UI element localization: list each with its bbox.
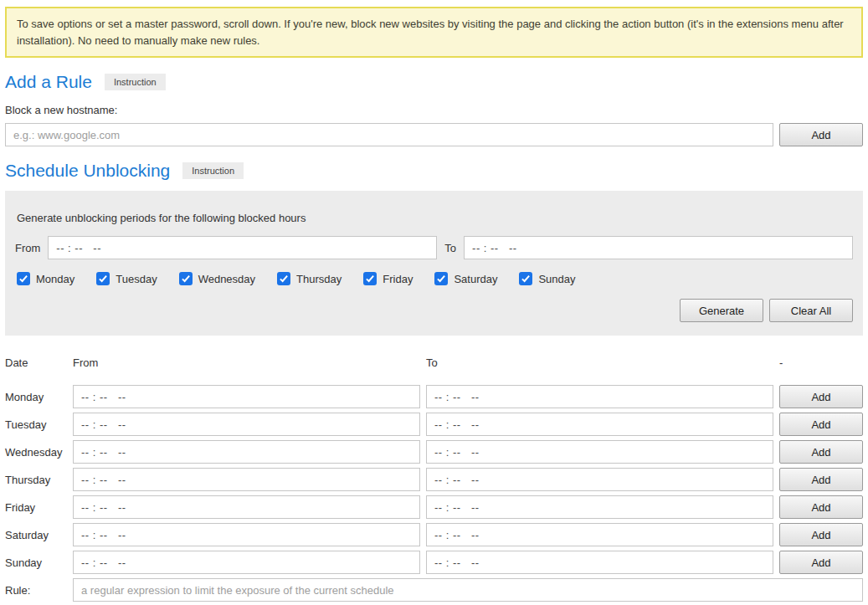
checked-checkbox-icon bbox=[17, 272, 30, 285]
checked-checkbox-icon bbox=[434, 272, 448, 285]
checkbox-label: Monday bbox=[36, 273, 74, 285]
sunday-add-button[interactable]: Add bbox=[779, 551, 863, 574]
checkbox-thursday[interactable]: Thursday bbox=[277, 272, 342, 285]
checkbox-sunday[interactable]: Sunday bbox=[519, 272, 575, 285]
add-rule-header: Add a Rule Instruction bbox=[5, 72, 863, 92]
checkbox-label: Tuesday bbox=[116, 273, 157, 285]
generate-buttons: Generate Clear All bbox=[15, 299, 853, 322]
add-rule-instruction-button[interactable]: Instruction bbox=[105, 74, 166, 90]
hostname-label: Block a new hostname: bbox=[5, 104, 863, 116]
tuesday-add-button[interactable]: Add bbox=[779, 413, 863, 436]
checked-checkbox-icon bbox=[96, 272, 110, 285]
checked-checkbox-icon bbox=[363, 272, 377, 285]
checkbox-tuesday[interactable]: Tuesday bbox=[96, 272, 157, 285]
checkbox-friday[interactable]: Friday bbox=[363, 272, 413, 285]
sunday-to-time-input[interactable] bbox=[426, 551, 773, 574]
column-header-date: Date bbox=[5, 353, 67, 381]
schedule-title: Schedule Unblocking bbox=[5, 161, 170, 181]
add-rule-title: Add a Rule bbox=[5, 72, 92, 92]
generate-panel: Generate unblocking periods for the foll… bbox=[5, 191, 863, 336]
monday-add-button[interactable]: Add bbox=[779, 385, 863, 408]
checkbox-label: Sunday bbox=[538, 273, 575, 285]
saturday-from-time-input[interactable] bbox=[73, 523, 420, 546]
column-header-dash: - bbox=[779, 353, 863, 381]
row-label-sunday: Sunday bbox=[5, 556, 67, 569]
thursday-from-time-input[interactable] bbox=[73, 468, 420, 491]
rule-label: Rule: bbox=[5, 584, 67, 597]
row-label-monday: Monday bbox=[5, 391, 67, 403]
generate-fromto-row: From To bbox=[15, 236, 853, 259]
tuesday-from-time-input[interactable] bbox=[73, 413, 420, 436]
row-label-friday: Friday bbox=[5, 501, 67, 514]
generate-to-time-input[interactable] bbox=[464, 236, 853, 259]
rule-input[interactable] bbox=[73, 578, 863, 602]
row-label-wednesday: Wednesday bbox=[5, 446, 67, 459]
friday-add-button[interactable]: Add bbox=[779, 495, 863, 519]
hostname-input[interactable] bbox=[5, 123, 773, 146]
options-page: To save options or set a master password… bbox=[0, 0, 868, 605]
column-header-to: To bbox=[426, 353, 773, 381]
schedule-header: Schedule Unblocking Instruction bbox=[5, 161, 863, 181]
schedule-table: Date From To - Monday Add Tuesday Add We… bbox=[5, 353, 863, 602]
checkbox-label: Saturday bbox=[454, 273, 497, 285]
wednesday-add-button[interactable]: Add bbox=[779, 440, 863, 464]
generate-from-time-input[interactable] bbox=[48, 236, 437, 259]
row-label-tuesday: Tuesday bbox=[5, 418, 67, 431]
schedule-instruction-button[interactable]: Instruction bbox=[182, 162, 244, 179]
friday-to-time-input[interactable] bbox=[426, 495, 773, 519]
saturday-add-button[interactable]: Add bbox=[779, 523, 863, 546]
clear-all-button[interactable]: Clear All bbox=[769, 299, 853, 322]
column-header-from: From bbox=[73, 353, 420, 381]
friday-from-time-input[interactable] bbox=[73, 495, 420, 519]
checkbox-label: Thursday bbox=[296, 273, 342, 285]
checked-checkbox-icon bbox=[519, 272, 532, 285]
wednesday-from-time-input[interactable] bbox=[73, 440, 420, 464]
from-label: From bbox=[15, 242, 40, 254]
checkbox-saturday[interactable]: Saturday bbox=[434, 272, 497, 285]
to-label: To bbox=[444, 242, 456, 254]
row-label-thursday: Thursday bbox=[5, 474, 67, 486]
checkbox-label: Friday bbox=[383, 273, 413, 285]
checked-checkbox-icon bbox=[179, 272, 193, 285]
checkbox-wednesday[interactable]: Wednesday bbox=[179, 272, 255, 285]
wednesday-to-time-input[interactable] bbox=[426, 440, 773, 464]
saturday-to-time-input[interactable] bbox=[426, 523, 773, 546]
checkbox-monday[interactable]: Monday bbox=[17, 272, 74, 285]
generate-text: Generate unblocking periods for the foll… bbox=[17, 212, 853, 224]
checkbox-label: Wednesday bbox=[198, 273, 255, 285]
monday-from-time-input[interactable] bbox=[73, 385, 420, 408]
tuesday-to-time-input[interactable] bbox=[426, 413, 773, 436]
generate-button[interactable]: Generate bbox=[680, 299, 763, 322]
thursday-add-button[interactable]: Add bbox=[779, 468, 863, 491]
hostname-row: Add bbox=[5, 123, 863, 146]
checked-checkbox-icon bbox=[277, 272, 290, 285]
row-label-saturday: Saturday bbox=[5, 529, 67, 541]
monday-to-time-input[interactable] bbox=[426, 385, 773, 408]
weekday-checkboxes: Monday Tuesday Wednesday Thursday Friday… bbox=[17, 272, 853, 285]
notice-banner: To save options or set a master password… bbox=[5, 7, 863, 58]
sunday-from-time-input[interactable] bbox=[73, 551, 420, 574]
hostname-add-button[interactable]: Add bbox=[779, 123, 863, 146]
thursday-to-time-input[interactable] bbox=[426, 468, 773, 491]
